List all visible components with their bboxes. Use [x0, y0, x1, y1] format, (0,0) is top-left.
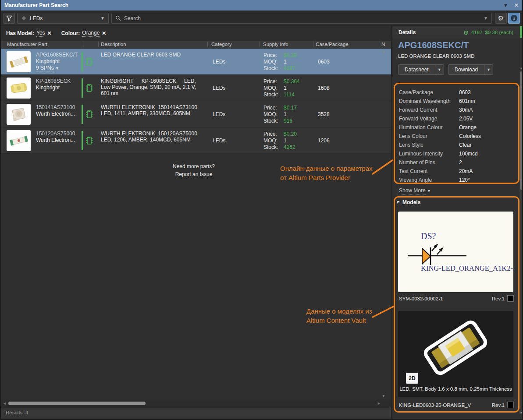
- details-scroll-up-arrow[interactable]: ▲: [519, 67, 523, 70]
- scroll-left-arrow[interactable]: ◄: [3, 401, 7, 406]
- price-label: Price:: [263, 105, 284, 111]
- horizontal-scrollbar-thumb[interactable]: [8, 402, 146, 405]
- settings-button[interactable]: ⚙: [495, 13, 507, 24]
- parameters-list: Case/Package0603 Dominant Wavelength601n…: [399, 88, 513, 184]
- symbol-model-preview[interactable]: DS? KING-LED_ORANGE_A1K2-2: [398, 212, 513, 292]
- show-more-link[interactable]: Show More: [399, 187, 426, 194]
- stock-value: 916: [284, 118, 297, 124]
- report-an-issue-link[interactable]: Report an Issue: [175, 171, 213, 178]
- column-header-category[interactable]: Category: [211, 42, 232, 47]
- parameter-value: 601nm: [459, 98, 513, 104]
- models-section-header[interactable]: Models: [397, 199, 420, 205]
- availability-summary: 4187 $0.38 (each): [463, 30, 513, 35]
- moq-label: MOQ:: [263, 59, 284, 65]
- revision-state-box[interactable]: [507, 402, 514, 408]
- search-icon: [115, 15, 121, 21]
- parameter-value: 30mA: [459, 107, 513, 113]
- table-row[interactable]: 150141AS73100 Wurth Electron... WURTH EL…: [1, 101, 391, 127]
- moq-value: 1: [284, 85, 300, 92]
- table-row[interactable]: KP-1608SECK Kingbright KINGBRIGHT KP-160…: [1, 75, 391, 101]
- revision-state-box[interactable]: [507, 295, 514, 302]
- part-number: KP-1608SECK: [36, 78, 81, 85]
- panel-menu-icon[interactable]: ▼: [503, 3, 508, 8]
- table-row[interactable]: 150120AS75000 Wurth Electron... WURTH EL…: [1, 127, 391, 154]
- details-scrollbar[interactable]: ▲ ▼: [519, 67, 523, 414]
- parameter-name: Illumination Colour: [399, 124, 459, 131]
- remove-filter-icon[interactable]: ✕: [47, 30, 52, 36]
- part-manufacturer: Kingbright: [36, 85, 81, 91]
- category-selector[interactable]: LEDs ▼: [17, 13, 109, 24]
- parameter-name: Test Current: [399, 168, 459, 174]
- details-panel: Details 4187 $0.38 (each) APG1608SEKC/T …: [391, 26, 523, 420]
- search-box[interactable]: ▼: [111, 13, 492, 24]
- column-header-case-package[interactable]: Case/Package: [316, 42, 349, 47]
- model-indicator-bar: [82, 131, 83, 150]
- column-header-clipped[interactable]: N: [381, 42, 390, 47]
- download-dropdown-arrow[interactable]: ▼: [484, 65, 493, 74]
- component-chip-icon: [85, 136, 93, 145]
- parameter-value: 120°: [459, 177, 513, 183]
- spns-link[interactable]: 9 SPNs: [36, 65, 54, 71]
- details-scrollbar-thumb[interactable]: [520, 71, 523, 190]
- unit-price: $0.38 (each): [485, 30, 513, 35]
- models-header-label: Models: [402, 199, 420, 205]
- symbol-revision: Rev.1: [492, 296, 505, 301]
- horizontal-scrollbar[interactable]: ◄ ►: [1, 400, 391, 407]
- symbol-name-text: KING-LED_ORANGE_A1K2-2: [421, 264, 513, 272]
- status-bar: Results: 4: [1, 408, 391, 417]
- column-header-manufacturer-part[interactable]: Manufacturer Part: [7, 42, 47, 47]
- footprint-caption: LED, SMT, Body 1.6 x 0.8 mm, 0.25mm Thic…: [398, 386, 513, 392]
- funnel-icon: [6, 15, 12, 21]
- parameter-name: Case/Package: [399, 89, 459, 95]
- info-toggle-button[interactable]: i: [508, 13, 520, 24]
- search-history-chevron-icon[interactable]: ▼: [484, 16, 488, 21]
- filter-value-link[interactable]: Orange: [82, 30, 100, 37]
- stock-label: Stock:: [263, 65, 284, 72]
- supply-info: Price:$0.17 MOQ:1 Stock:916: [263, 105, 297, 124]
- filter-button[interactable]: [4, 13, 15, 24]
- panel-title: Manufacturer Part Search: [4, 2, 68, 8]
- stock-value: 1114: [284, 92, 300, 98]
- column-header-description[interactable]: Description: [101, 42, 126, 47]
- symbol-ds-label: DS?: [421, 231, 436, 241]
- table-scroll-up-arrow[interactable]: ▲: [382, 49, 385, 53]
- remove-filter-icon[interactable]: ✕: [102, 30, 106, 36]
- column-header-supply-info[interactable]: Supply Info: [263, 42, 288, 47]
- parameter-row: Dominant Wavelength601nm: [399, 97, 513, 106]
- filter-chip-colour: Colour: Orange ✕: [61, 30, 107, 37]
- datasheet-button[interactable]: Datasheet: [398, 65, 435, 74]
- model-indicator-bar: [82, 78, 83, 98]
- parameter-name: Forward Voltage: [399, 116, 459, 122]
- table-row[interactable]: APG1608SEKC/T Kingbright 9 SPNs ▼ LED OR…: [1, 49, 391, 75]
- parameter-row: Case/Package0603: [399, 88, 513, 97]
- parameter-row: Viewing Angle120°: [399, 176, 513, 184]
- parameter-row: Forward Voltage2.05V: [399, 114, 513, 123]
- part-description: WURTH ELEKTRONIK 150120AS75000 LED, 1206…: [101, 131, 206, 143]
- table-scroll-down-arrow[interactable]: ▼: [382, 394, 385, 398]
- chevron-down-icon: ▼: [100, 16, 105, 21]
- view-2d-badge[interactable]: 2D: [406, 373, 418, 384]
- symbol-item-id: SYM-0032-00002-1: [399, 296, 443, 301]
- footprint-model-preview[interactable]: 2D LED, SMT, Body 1.6 x 0.8 mm, 0.25mm T…: [398, 311, 513, 397]
- part-description: KINGBRIGHT KP-1608SECK LED, Low Power, O…: [101, 78, 206, 96]
- results-count: Results: 4: [6, 410, 28, 415]
- info-icon: i: [511, 15, 517, 21]
- stock-label: Stock:: [263, 144, 284, 151]
- parameter-row: Lens StyleClear: [399, 141, 513, 149]
- supply-info: Price:$0.20 MOQ:1 Stock:4262: [263, 131, 297, 151]
- download-button[interactable]: Download: [448, 65, 484, 74]
- close-icon[interactable]: ✕: [514, 2, 519, 8]
- parameter-row: Lens ColourColorless: [399, 132, 513, 141]
- details-scroll-down-arrow[interactable]: ▼: [519, 411, 523, 414]
- scroll-right-arrow[interactable]: ►: [377, 401, 381, 406]
- price-label: Price:: [263, 78, 284, 85]
- price-value: $0.364: [284, 78, 300, 85]
- stock-cube-icon: [463, 30, 469, 35]
- parameter-value: 0603: [459, 89, 513, 95]
- filter-value-link[interactable]: Yes: [36, 30, 45, 37]
- datasheet-dropdown-arrow[interactable]: ▼: [435, 65, 444, 74]
- search-input[interactable]: [124, 15, 484, 21]
- chevron-down-icon: ▼: [55, 66, 59, 71]
- category-selector-value: LEDs: [30, 15, 43, 21]
- model-indicator-bar: [82, 52, 83, 71]
